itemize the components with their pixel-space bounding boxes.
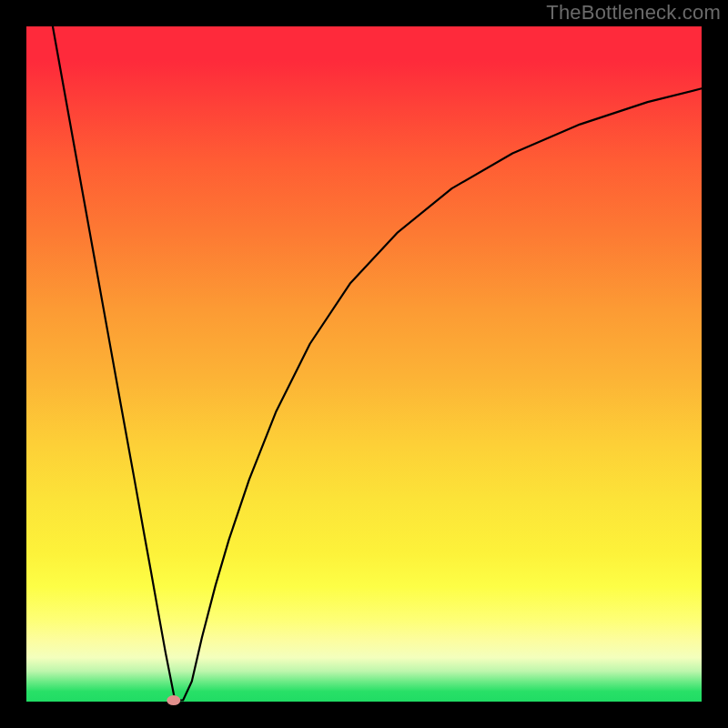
watermark-text: TheBottleneck.com bbox=[546, 1, 721, 25]
chart-plot-area bbox=[26, 26, 702, 702]
chart-frame: TheBottleneck.com bbox=[0, 0, 728, 728]
optimal-point-marker bbox=[167, 695, 180, 705]
bottleneck-curve bbox=[53, 26, 702, 701]
chart-svg bbox=[26, 26, 702, 702]
